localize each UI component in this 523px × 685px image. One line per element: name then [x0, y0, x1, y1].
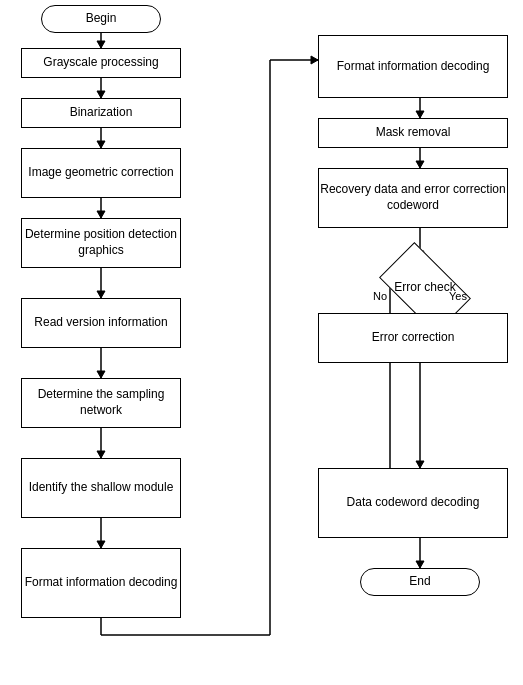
svg-marker-11	[97, 371, 105, 378]
svg-marker-1	[97, 41, 105, 48]
svg-marker-13	[97, 451, 105, 458]
format-dec-left-node: Format information decoding	[21, 548, 181, 618]
svg-marker-15	[97, 541, 105, 548]
svg-marker-7	[97, 211, 105, 218]
format-dec-right-node: Format information decoding	[318, 35, 508, 98]
recovery-node: Recovery data and error correction codew…	[318, 168, 508, 228]
begin-node: Begin	[41, 5, 161, 33]
error-corr-node: Error correction	[318, 313, 508, 363]
svg-marker-36	[416, 561, 424, 568]
det-samp-node: Determine the sampling network	[21, 378, 181, 428]
data-codeword-node: Data codeword decoding	[318, 468, 508, 538]
mask-removal-node: Mask removal	[318, 118, 508, 148]
svg-marker-3	[97, 91, 105, 98]
binarization-node: Binarization	[21, 98, 181, 128]
svg-marker-20	[311, 56, 318, 64]
svg-marker-34	[416, 461, 424, 468]
image-geo-node: Image geometric correction	[21, 148, 181, 198]
svg-marker-24	[416, 161, 424, 168]
identify-node: Identify the shallow module	[21, 458, 181, 518]
svg-marker-22	[416, 111, 424, 118]
flowchart: Begin Grayscale processing Binarization …	[0, 0, 523, 685]
svg-marker-9	[97, 291, 105, 298]
grayscale-node: Grayscale processing	[21, 48, 181, 78]
read-ver-node: Read version information	[21, 298, 181, 348]
det-pos-node: Determine position detection graphics	[21, 218, 181, 268]
end-node: End	[360, 568, 480, 596]
svg-marker-5	[97, 141, 105, 148]
error-check-diamond: Error check	[375, 255, 475, 320]
